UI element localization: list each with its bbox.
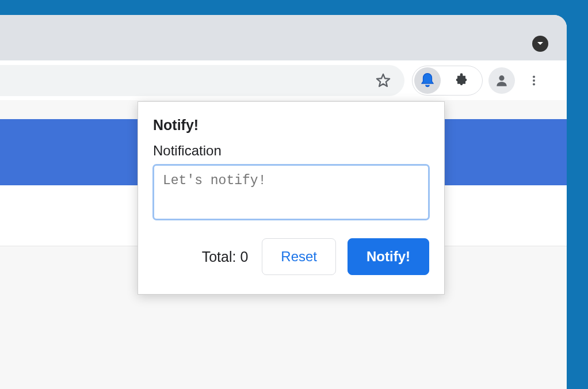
svg-point-3 [533, 83, 535, 85]
notification-input[interactable] [153, 165, 429, 220]
bell-icon [419, 72, 436, 89]
extension-popup: Notify! Notification Total: 0 Reset Noti… [138, 101, 445, 295]
kebab-menu-icon [528, 74, 540, 87]
chevron-down-icon [537, 41, 544, 46]
notification-field-label: Notification [153, 143, 429, 159]
titlebar [0, 15, 567, 60]
browser-menu-button[interactable] [521, 67, 547, 94]
extensions-menu-button[interactable] [441, 73, 482, 89]
toolbar [0, 60, 567, 100]
extensions-pill [412, 66, 483, 96]
avatar-icon [494, 73, 509, 88]
puzzle-icon [453, 73, 469, 89]
address-bar[interactable] [0, 65, 404, 96]
popup-title: Notify! [153, 117, 429, 134]
popup-footer-row: Total: 0 Reset Notify! [153, 238, 429, 275]
window-dropdown-button[interactable] [532, 36, 548, 52]
svg-point-1 [533, 76, 535, 78]
notify-button[interactable]: Notify! [348, 238, 429, 275]
notify-extension-button[interactable] [414, 67, 441, 94]
svg-point-0 [499, 75, 504, 81]
total-label-text: Total: [202, 249, 240, 265]
total-count: Total: 0 [202, 249, 249, 265]
total-count-value: 0 [240, 249, 248, 265]
bookmark-star-button[interactable] [370, 67, 396, 94]
profile-button[interactable] [488, 67, 515, 94]
reset-button[interactable]: Reset [262, 238, 336, 275]
star-icon [375, 73, 391, 89]
svg-point-2 [533, 79, 535, 82]
